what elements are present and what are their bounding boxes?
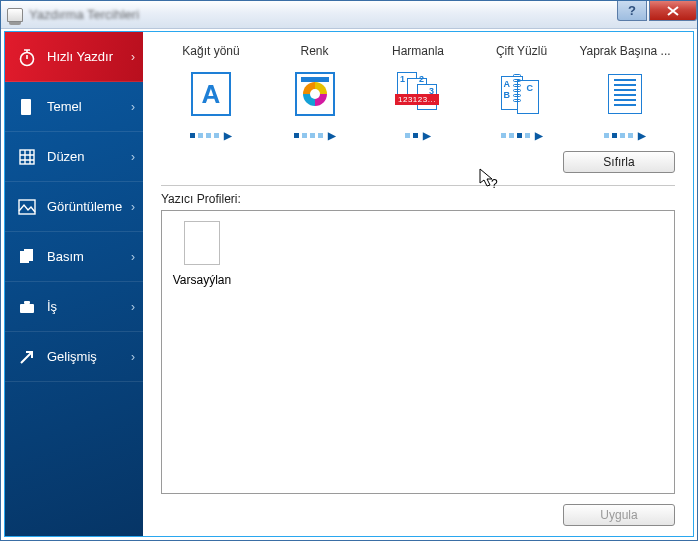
svg-rect-5: [24, 249, 33, 261]
option-pages-per-sheet[interactable]: Yaprak Başına ... ▶: [577, 44, 673, 141]
option-label: Yaprak Başına ...: [577, 44, 673, 58]
sidebar-item-label: İş: [47, 299, 131, 314]
option-label: Çift Yüzlü: [474, 44, 570, 58]
quick-print-panel: Kağıt yönü A ▶ Renk ▶ Harmanla: [143, 32, 693, 536]
pages-icon: [17, 247, 37, 267]
sidebar-item-basic[interactable]: Temel ›: [5, 82, 143, 132]
printer-icon: [7, 8, 23, 22]
reset-button[interactable]: Sıfırla: [563, 151, 675, 173]
nup-icon: [577, 68, 673, 120]
color-icon: [267, 68, 363, 120]
option-indicator: ▶: [370, 130, 466, 141]
dialog-body: Hızlı Yazdır › Temel › Düzen ›: [4, 31, 694, 537]
apply-button[interactable]: Uygula: [563, 504, 675, 526]
quick-options-row: Kağıt yönü A ▶ Renk ▶ Harmanla: [161, 44, 675, 141]
sidebar-item-imaging[interactable]: Görüntüleme ›: [5, 182, 143, 232]
image-icon: [17, 197, 37, 217]
orientation-icon: A: [163, 68, 259, 120]
arrow-up-right-icon: [17, 347, 37, 367]
window-title: Yazdırma Tercihleri: [29, 7, 139, 22]
chevron-right-icon: ›: [131, 300, 135, 314]
sidebar-item-label: Basım: [47, 249, 131, 264]
stopwatch-icon: [17, 47, 37, 67]
svg-rect-6: [20, 304, 34, 313]
chevron-right-icon: ›: [131, 250, 135, 264]
chevron-right-icon: ›: [131, 100, 135, 114]
chevron-right-icon: ›: [131, 350, 135, 364]
option-indicator: ▶: [267, 130, 363, 141]
sidebar-item-layout[interactable]: Düzen ›: [5, 132, 143, 182]
chevron-right-icon: ›: [131, 150, 135, 164]
grid-icon: [17, 147, 37, 167]
svg-rect-7: [24, 301, 30, 304]
document-icon: [17, 97, 37, 117]
sidebar-item-label: Gelişmiş: [47, 349, 131, 364]
profile-name: Varsayýlan: [172, 273, 232, 287]
option-label: Kağıt yönü: [163, 44, 259, 58]
divider: [161, 185, 675, 186]
svg-rect-3: [19, 200, 35, 214]
collate-icon: 123 123123...: [370, 68, 466, 120]
svg-rect-1: [21, 99, 31, 115]
sidebar-item-label: Görüntüleme: [47, 199, 131, 214]
chevron-right-icon: ›: [131, 50, 135, 64]
option-indicator: ▶: [474, 130, 570, 141]
sidebar-item-label: Düzen: [47, 149, 131, 164]
svg-rect-2: [20, 150, 34, 164]
sidebar-item-label: Hızlı Yazdır: [47, 49, 131, 64]
briefcase-icon: [17, 297, 37, 317]
printer-preferences-window: Yazdırma Tercihleri ? Hızlı Yazdır › Tem…: [0, 0, 698, 541]
option-paper-orientation[interactable]: Kağıt yönü A ▶: [163, 44, 259, 141]
sidebar: Hızlı Yazdır › Temel › Düzen ›: [5, 32, 143, 536]
sidebar-item-quick-print[interactable]: Hızlı Yazdır ›: [5, 32, 143, 82]
profile-item-default[interactable]: Varsayýlan: [172, 221, 232, 287]
sidebar-item-publishing[interactable]: Basım ›: [5, 232, 143, 282]
help-button[interactable]: ?: [617, 1, 647, 21]
option-indicator: ▶: [163, 130, 259, 141]
option-color[interactable]: Renk ▶: [267, 44, 363, 141]
duplex-icon: A B C: [474, 68, 570, 120]
profiles-label: Yazıcı Profileri:: [161, 192, 675, 206]
profile-thumbnail: [184, 221, 220, 265]
close-button[interactable]: [649, 1, 697, 21]
svg-text:?: ?: [491, 177, 498, 190]
sidebar-item-label: Temel: [47, 99, 131, 114]
sidebar-item-job[interactable]: İş ›: [5, 282, 143, 332]
profiles-list[interactable]: Varsayýlan: [161, 210, 675, 494]
option-label: Harmanla: [370, 44, 466, 58]
option-indicator: ▶: [577, 130, 673, 141]
chevron-right-icon: ›: [131, 200, 135, 214]
option-label: Renk: [267, 44, 363, 58]
sidebar-item-advanced[interactable]: Gelişmiş ›: [5, 332, 143, 382]
option-duplex[interactable]: Çift Yüzlü A B C ▶: [474, 44, 570, 141]
titlebar[interactable]: Yazdırma Tercihleri ?: [1, 1, 697, 29]
option-collate[interactable]: Harmanla 123 123123... ▶: [370, 44, 466, 141]
